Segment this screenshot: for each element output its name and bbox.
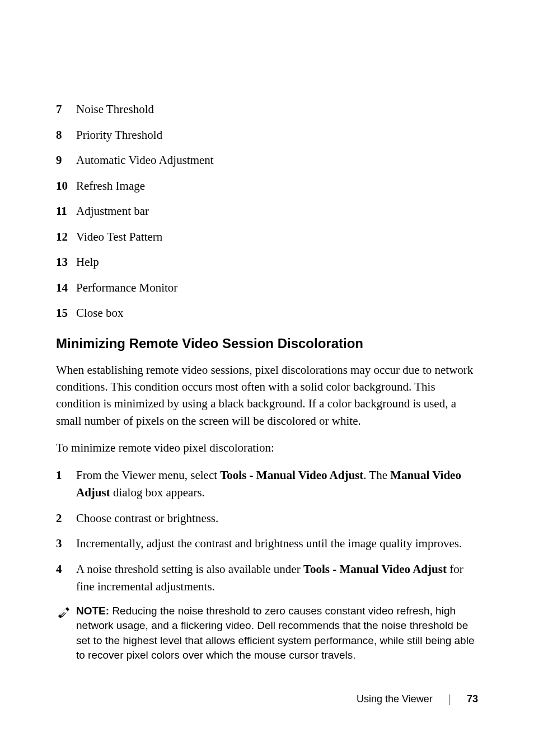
step-text: Choose contrast or brightness. [76, 510, 478, 528]
numbered-list: 7Noise Threshold 8Priority Threshold 9Au… [56, 101, 478, 322]
item-text: Help [76, 253, 478, 271]
list-item: 7Noise Threshold [56, 101, 478, 119]
list-item: 14Performance Monitor [56, 279, 478, 297]
footer-separator: | [448, 693, 451, 706]
note-icon [56, 605, 72, 621]
item-number: 13 [56, 253, 76, 271]
step-text: Incrementally, adjust the contrast and b… [76, 535, 478, 553]
paragraph: When establishing remote video sessions,… [56, 361, 478, 430]
item-number: 10 [56, 177, 76, 195]
step-number: 4 [56, 561, 76, 596]
note-label: NOTE: [76, 605, 112, 617]
step-text: A noise threshold setting is also availa… [76, 561, 478, 596]
paragraph: To minimize remote video pixel discolora… [56, 439, 478, 456]
step-number: 3 [56, 535, 76, 553]
item-number: 11 [56, 203, 76, 220]
item-number: 14 [56, 279, 76, 297]
page-number: 73 [467, 693, 478, 705]
item-number: 8 [56, 126, 76, 144]
steps-list: 1 From the Viewer menu, select Tools - M… [56, 467, 478, 596]
item-number: 12 [56, 228, 76, 246]
step-number: 2 [56, 510, 76, 528]
list-item: 12Video Test Pattern [56, 228, 478, 246]
item-number: 7 [56, 101, 76, 119]
step-item: 3 Incrementally, adjust the contrast and… [56, 535, 478, 553]
item-text: Noise Threshold [76, 101, 478, 119]
list-item: 9Automatic Video Adjustment [56, 152, 478, 170]
list-item: 13Help [56, 253, 478, 271]
bold-text: Tools - Manual Video Adjust [220, 468, 363, 482]
note-body: Reducing the noise threshold to zero cau… [76, 605, 474, 661]
item-text: Video Test Pattern [76, 228, 478, 246]
step-item: 4 A noise threshold setting is also avai… [56, 561, 478, 596]
item-text: Refresh Image [76, 177, 478, 195]
step-item: 1 From the Viewer menu, select Tools - M… [56, 467, 478, 502]
bold-text: Tools - Manual Video Adjust [303, 562, 447, 576]
list-item: 15Close box [56, 304, 478, 322]
item-text: Automatic Video Adjustment [76, 152, 478, 170]
footer-section: Using the Viewer [357, 693, 433, 705]
list-item: 11Adjustment bar [56, 203, 478, 220]
step-number: 1 [56, 467, 76, 502]
note-block: NOTE: Reducing the noise threshold to ze… [56, 604, 478, 663]
item-number: 15 [56, 304, 76, 322]
item-text: Close box [76, 304, 478, 322]
note-text: NOTE: Reducing the noise threshold to ze… [76, 604, 478, 663]
section-heading: Minimizing Remote Video Session Discolor… [56, 336, 478, 351]
step-item: 2 Choose contrast or brightness. [56, 510, 478, 528]
item-text: Priority Threshold [76, 126, 478, 144]
list-item: 8Priority Threshold [56, 126, 478, 144]
list-item: 10Refresh Image [56, 177, 478, 195]
item-text: Performance Monitor [76, 279, 478, 297]
step-text: From the Viewer menu, select Tools - Man… [76, 467, 478, 502]
item-number: 9 [56, 152, 76, 170]
page-footer: Using the Viewer | 73 [357, 693, 478, 706]
item-text: Adjustment bar [76, 203, 478, 220]
